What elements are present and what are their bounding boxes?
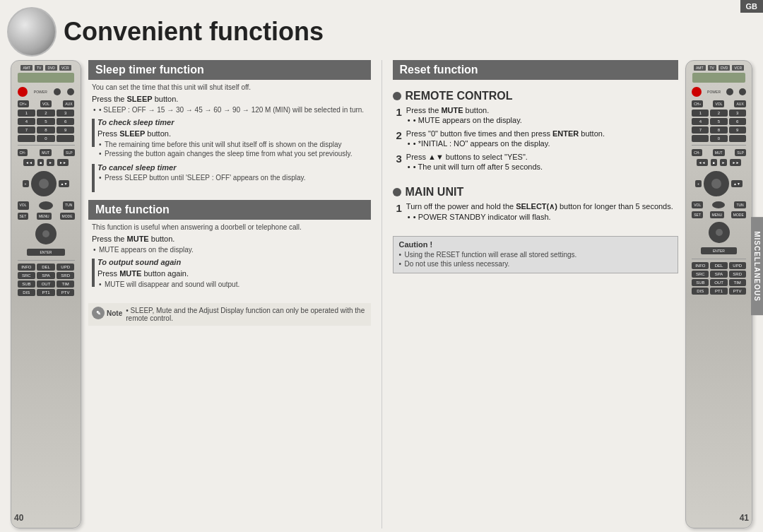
sleep-press-line: Press the SLEEP button. (92, 95, 367, 103)
note-label: ✎ Note (92, 307, 122, 319)
mute-section-header: Mute function (88, 200, 371, 220)
sleep-intro: You can set the time that this unit will… (92, 83, 367, 91)
main-step1-sub: • POWER STANDBY indicator will flash. (406, 213, 678, 221)
cancel-sleep-title: To cancel sleep timer (97, 163, 367, 172)
check-sleep-bullet-1: The remaining time before this unit will… (97, 141, 367, 148)
caution-item-1: Using the RESET function will erase all … (399, 251, 673, 259)
caution-title: Caution ! (399, 240, 673, 249)
page-title: Convenient functions (64, 17, 324, 47)
misc-badge: MISCELLANEOUS (751, 217, 763, 316)
left-panel: AMT TV DVD VCR POWER CH+ VOL AUX 123 (11, 60, 371, 528)
right-text-panel: Reset function REMOTE CONTROL 1 Press th… (393, 60, 679, 528)
bullet-dot-main (393, 188, 401, 196)
mute-display-bullet: MUTE appears on the display. (92, 246, 367, 254)
mute-section: Mute function This function is useful wh… (88, 200, 371, 292)
page-numbers: 40 41 (0, 509, 763, 526)
main-unit-title: MAIN UNIT (393, 186, 679, 199)
note-text: • SLEEP, Mute and the Adjust Display fun… (126, 307, 367, 322)
page-header: Convenient functions GB (0, 0, 763, 60)
remote-control-title: REMOTE CONTROL (393, 90, 679, 102)
check-sleep-subsection: To check sleep timer Press SLEEP button.… (92, 118, 367, 159)
caution-item-2: Do not use this unless necessary. (399, 260, 673, 268)
remote-control-left: AMT TV DVD VCR POWER CH+ VOL AUX 123 (11, 60, 81, 528)
reset-step-2: 2 Press "0" button five times and then p… (393, 129, 679, 149)
remote-control-subsection: REMOTE CONTROL 1 Press the MUTE button. … (393, 84, 679, 176)
output-bullet: MUTE will disappear and sound will outpu… (97, 280, 367, 288)
output-sound-title: To output sound again (97, 258, 367, 266)
check-sleep-bullet-2: Pressing the button again changes the sl… (97, 150, 367, 158)
caution-box: Caution ! Using the RESET function will … (393, 236, 679, 273)
sleep-sequence: • SLEEP : OFF → 15 → 30 → 45 → 60 → 90 →… (92, 106, 367, 114)
main-unit-subsection: MAIN UNIT 1 Turn off the power and hold … (393, 180, 679, 226)
note-icon: ✎ (92, 307, 105, 319)
reset-section-header: Reset function (393, 60, 679, 80)
step2-sub: • *INITIAL : NO" appears on the display. (406, 139, 678, 148)
page-number-right: 41 (740, 513, 749, 523)
output-press: Press MUTE button again. (97, 269, 367, 278)
logo-icon (7, 7, 57, 57)
cancel-sleep-bullet: Press SLEEP button until 'SLEEP : OFF' a… (97, 174, 367, 182)
page-number-left: 40 (14, 513, 23, 523)
sleep-section-header: Sleep timer function (88, 60, 371, 80)
right-panel: Reset function REMOTE CONTROL 1 Press th… (393, 60, 753, 528)
left-text-panel: Sleep timer function You can set the tim… (88, 60, 371, 528)
remote-control-right: AMT TV DVD VCR POWER CH+ VOL AUX 123 456… (685, 60, 752, 528)
main-content: AMT TV DVD VCR POWER CH+ VOL AUX 123 (0, 60, 763, 528)
note-box: ✎ Note • SLEEP, Mute and the Adjust Disp… (88, 303, 371, 326)
mute-press-line: Press the MUTE button. (92, 235, 367, 243)
reset-step-3: 3 Press ▲▼ buttons to select "YES". • Th… (393, 153, 679, 172)
mute-intro: This function is useful when answering a… (92, 223, 367, 231)
step1-sub: • MUTE appears on the display. (406, 116, 678, 124)
sleep-section: Sleep timer function You can set the tim… (88, 60, 371, 194)
output-sound-subsection: To output sound again Press MUTE button … (92, 258, 367, 290)
bullet-dot-remote (393, 92, 401, 100)
step3-sub: • The unit will turn off after 5 seconds… (406, 162, 678, 171)
cancel-sleep-subsection: To cancel sleep timer Press SLEEP button… (92, 163, 367, 192)
check-sleep-title: To check sleep timer (97, 118, 367, 126)
gb-badge: GB (740, 0, 764, 13)
reset-step-1: 1 Press the MUTE button. • MUTE appears … (393, 106, 679, 126)
check-sleep-press: Press SLEEP button. (97, 129, 367, 138)
main-unit-step-1: 1 Turn off the power and hold the SELECT… (393, 202, 679, 223)
center-divider (382, 60, 382, 528)
